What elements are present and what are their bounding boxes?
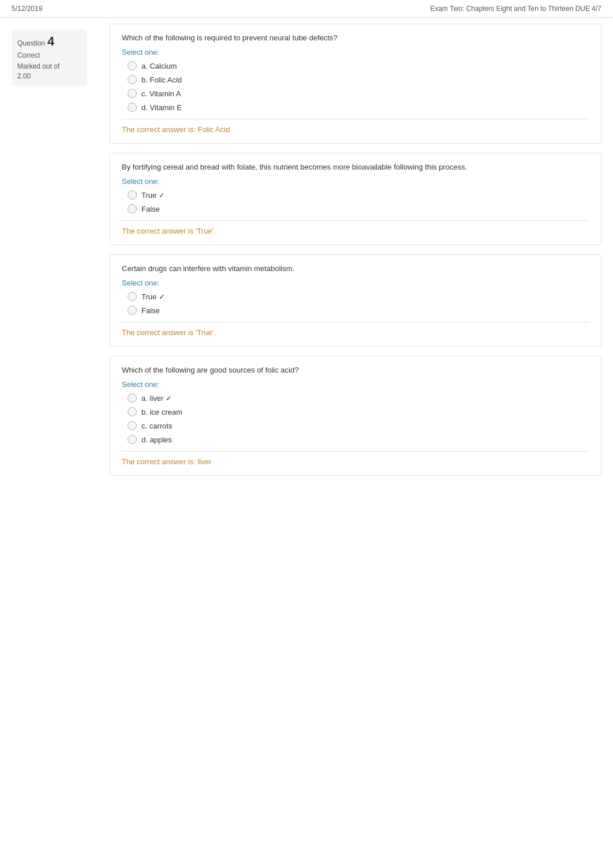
radio-6-true[interactable]: [128, 292, 137, 301]
question-block-7: Which of the following are good sources …: [110, 356, 601, 476]
question-info-block: Question 4 Correct Marked out of 2.00: [12, 29, 87, 86]
question-text-5: By fortifying cereal and bread with fola…: [122, 163, 589, 171]
answer-section-5: The correct answer is 'True'.: [122, 220, 589, 235]
radio-5-false[interactable]: [128, 204, 137, 213]
page-title: Exam Two: Chapters Eight and Ten to Thir…: [430, 5, 601, 13]
option-4-c[interactable]: c. Vitamin A: [128, 89, 589, 98]
option-7-d[interactable]: d. apples: [128, 435, 589, 444]
option-6-true[interactable]: True ✓: [128, 292, 589, 301]
radio-5-true[interactable]: [128, 190, 137, 200]
radio-7-c[interactable]: [128, 421, 137, 430]
radio-7-a[interactable]: [128, 393, 137, 403]
radio-7-b[interactable]: [128, 407, 137, 416]
radio-4-a[interactable]: [128, 61, 137, 70]
correct-label: Correct: [17, 51, 81, 59]
radio-7-d[interactable]: [128, 435, 137, 444]
question-block-5: By fortifying cereal and bread with fola…: [110, 153, 601, 245]
question-label: Question: [17, 39, 45, 47]
option-4-b[interactable]: b. Folic Acid: [128, 75, 589, 84]
correct-answer-7: The correct answer is: liver: [122, 457, 211, 466]
option-5-true[interactable]: True ✓: [128, 190, 589, 200]
select-one-label-7: Select one:: [122, 380, 589, 389]
question-text-4: Which of the following is required to pr…: [122, 33, 589, 42]
marked-label: Marked out of 2.00: [17, 62, 81, 81]
options-list-4: a. Calcium b. Folic Acid c. Vitamin A d.…: [128, 61, 589, 112]
option-7-a[interactable]: a. liver ✓: [128, 393, 589, 403]
options-list-6: True ✓ False: [128, 292, 589, 315]
option-6-false[interactable]: False: [128, 306, 589, 315]
radio-4-c[interactable]: [128, 89, 137, 98]
correct-answer-5: The correct answer is 'True'.: [122, 227, 216, 235]
options-list-7: a. liver ✓ b. ice cream c. carrots d. ap…: [128, 393, 589, 444]
radio-4-b[interactable]: [128, 75, 137, 84]
question-block-6: Certain drugs can interfere with vitamin…: [110, 254, 601, 347]
answer-section-6: The correct answer is 'True'.: [122, 322, 589, 337]
answer-section-7: The correct answer is: liver: [122, 451, 589, 466]
answer-section-4: The correct answer is: Folic Acid: [122, 119, 589, 134]
sidebar: Question 4 Correct Marked out of 2.00: [0, 24, 98, 485]
option-7-b[interactable]: b. ice cream: [128, 407, 589, 416]
option-7-c[interactable]: c. carrots: [128, 421, 589, 430]
date-label: 5/12/2019: [12, 5, 42, 13]
options-list-5: True ✓ False: [128, 190, 589, 213]
option-4-d[interactable]: d. Vitamin E: [128, 103, 589, 112]
correct-answer-4: The correct answer is: Folic Acid: [122, 125, 230, 134]
question-text-7: Which of the following are good sources …: [122, 366, 589, 374]
select-one-label-6: Select one:: [122, 279, 589, 287]
main-content: Which of the following is required to pr…: [98, 24, 613, 485]
question-text-6: Certain drugs can interfere with vitamin…: [122, 264, 589, 273]
option-4-a[interactable]: a. Calcium: [128, 61, 589, 70]
question-block-4: Which of the following is required to pr…: [110, 24, 601, 144]
correct-answer-6: The correct answer is 'True'.: [122, 328, 216, 337]
question-number: 4: [47, 34, 54, 49]
option-5-false[interactable]: False: [128, 204, 589, 213]
radio-6-false[interactable]: [128, 306, 137, 315]
radio-4-d[interactable]: [128, 103, 137, 112]
select-one-label-5: Select one:: [122, 177, 589, 186]
select-one-label-4: Select one:: [122, 48, 589, 57]
